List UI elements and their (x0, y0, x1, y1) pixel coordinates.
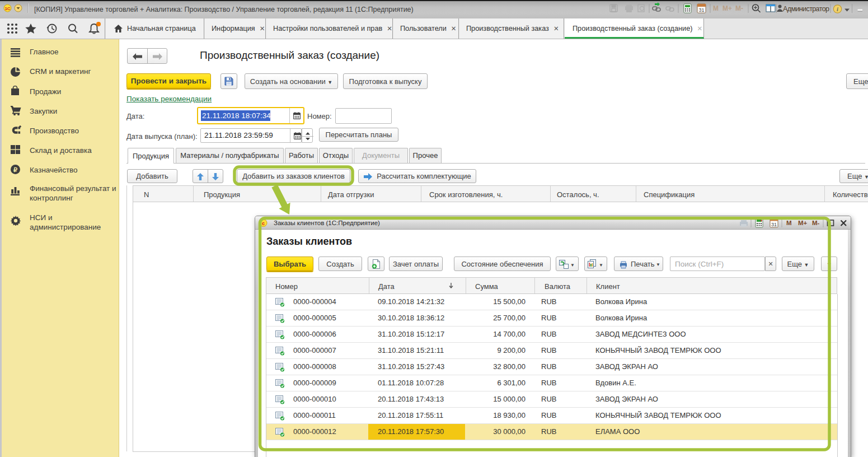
svg-text:1С: 1С (4, 6, 10, 11)
svg-text:M-: M- (812, 220, 820, 226)
svg-text:31: 31 (771, 222, 777, 227)
svg-text:i: i (837, 6, 838, 12)
svg-text:с: с (262, 221, 265, 226)
svg-text:M: M (713, 4, 719, 12)
svg-text:Администратор: Администратор (783, 5, 829, 13)
svg-text:M-: M- (735, 4, 743, 12)
svg-text:M: M (786, 220, 792, 226)
svg-text:M+: M+ (798, 220, 808, 226)
svg-text:M+: M+ (722, 4, 732, 12)
svg-text:31: 31 (698, 7, 704, 13)
svg-text:₽: ₽ (13, 166, 17, 173)
svg-text:Заказы клиентов (1С:Предприят: Заказы клиентов (1С:Предприятие) (274, 220, 380, 226)
